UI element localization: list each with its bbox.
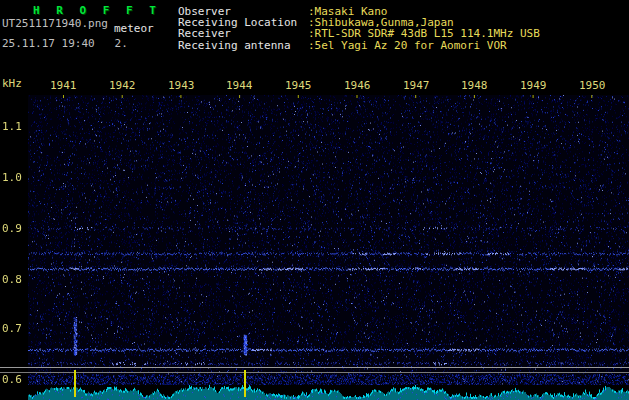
y-tick-label: 0.7 [2, 323, 22, 334]
event-marker [244, 370, 246, 397]
hrofft-spectrogram-image: H R O F F T UT2511171940.png meteor 25.1… [0, 0, 629, 400]
x-tick-label: 1943 [168, 80, 195, 91]
separator-line-lower [0, 372, 629, 373]
app-title: H R O F F T [33, 5, 161, 16]
x-tick-label: 1947 [403, 80, 430, 91]
timestamp-label: 25.11.17 19:40 2. [2, 38, 128, 49]
x-tick-label: 1945 [285, 80, 312, 91]
filename-label: UT2511171940.png [2, 18, 108, 29]
separator-line-upper [0, 367, 629, 368]
x-tick-label: 1946 [344, 80, 371, 91]
y-axis-unit: kHz [2, 78, 22, 89]
x-tick-label: 1949 [520, 80, 547, 91]
y-tick-label: 1.1 [2, 121, 22, 132]
x-tick-label: 1950 [579, 80, 606, 91]
x-tick-label: 1948 [461, 80, 488, 91]
x-tick-label: 1942 [109, 80, 136, 91]
y-tick-label: 0.6 [2, 374, 22, 385]
spectrogram-canvas [28, 95, 629, 385]
antenna-value: :5el Yagi Az 20 for Aomori VOR [308, 40, 507, 51]
event-marker [74, 370, 76, 397]
x-tick-label: 1944 [226, 80, 253, 91]
antenna-label: Receiving antenna [178, 40, 291, 51]
signal-level-strip [28, 385, 629, 400]
receiver-label: Receiver [178, 28, 231, 39]
y-tick-label: 1.0 [2, 172, 22, 183]
annotation-label: meteor [114, 23, 154, 34]
x-tick-label: 1941 [50, 80, 77, 91]
y-tick-label: 0.9 [2, 223, 22, 234]
receiver-value: :RTL-SDR SDR# 43dB L15 114.1MHz USB [308, 28, 540, 39]
y-tick-label: 0.8 [2, 274, 22, 285]
